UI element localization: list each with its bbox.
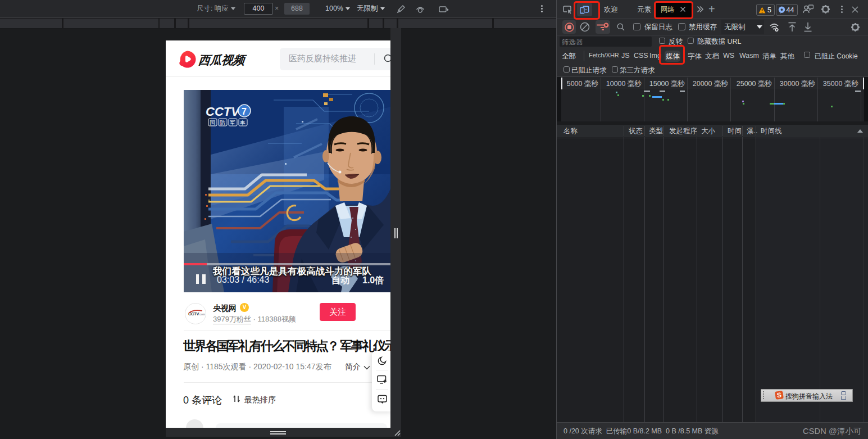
svg-text:CCTV: CCTV [206, 105, 240, 119]
svg-text:国防军事: 国防军事 [210, 120, 250, 126]
svg-text:7: 7 [242, 107, 247, 116]
